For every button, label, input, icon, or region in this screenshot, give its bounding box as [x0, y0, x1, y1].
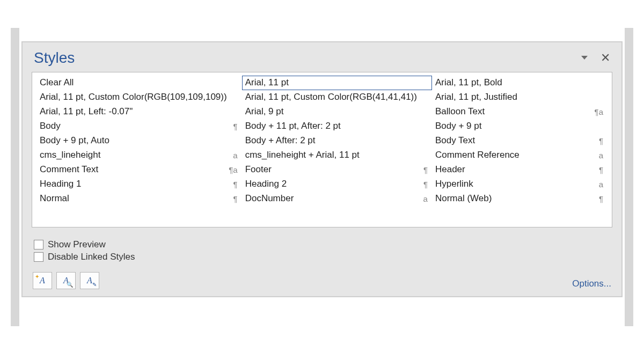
- style-item-label: Header: [435, 164, 465, 175]
- style-item-label: Clear All: [40, 77, 74, 88]
- style-item-label: Body + 9 pt, Auto: [40, 135, 109, 146]
- style-item[interactable]: Body + 11 pt, After: 2 pt: [242, 119, 432, 134]
- style-item-label: Arial, 9 pt: [245, 106, 284, 117]
- style-item-label: Arial, 11 pt, Left: -0.07": [40, 106, 133, 117]
- checkbox-box: [34, 252, 43, 262]
- style-item-label: Arial, 11 pt, Custom Color(RGB(109,109,1…: [40, 92, 227, 102]
- pane-title: Styles: [34, 49, 75, 67]
- style-item[interactable]: Body Text¶: [432, 134, 608, 148]
- style-item[interactable]: Balloon Text¶a: [432, 105, 608, 119]
- style-item[interactable]: Arial, 11 pt, Custom Color(RGB(109,109,1…: [36, 90, 242, 105]
- pencil-icon: ✎: [92, 282, 97, 288]
- style-type-icon: a: [592, 180, 603, 189]
- show-preview-checkbox[interactable]: Show Preview: [34, 239, 610, 250]
- style-item-label: Comment Reference: [435, 150, 519, 160]
- letter-a-icon: A: [87, 276, 92, 285]
- style-item-label: Arial, 11 pt: [245, 77, 289, 88]
- style-item[interactable]: Comment Referencea: [432, 148, 608, 163]
- style-item-label: Normal (Web): [435, 193, 492, 204]
- style-item-label: Body + 11 pt, After: 2 pt: [245, 121, 341, 131]
- styles-pane: Styles ✕ Clear AllArial, 11 pt, Custom C…: [21, 41, 623, 297]
- style-item-label: Body: [40, 121, 61, 131]
- sparkle-icon: ✦: [35, 274, 39, 280]
- style-type-icon: ¶: [417, 165, 428, 174]
- magnifier-icon: 🔍: [67, 282, 73, 288]
- style-item-label: Body Text: [435, 135, 475, 146]
- style-item[interactable]: Header¶: [432, 163, 608, 177]
- style-type-icon: ¶: [227, 122, 238, 131]
- manage-styles-button[interactable]: A ✎: [80, 272, 99, 289]
- style-item[interactable]: Arial, 11 pt, Custom Color(RGB(41,41,41)…: [242, 90, 432, 105]
- style-item[interactable]: Hyperlinka: [432, 177, 608, 192]
- styles-column-1: Arial, 11 ptArial, 11 pt, Custom Color(R…: [242, 76, 432, 206]
- style-item-label: Body + 9 pt: [435, 121, 481, 131]
- styles-column-2: Arial, 11 pt, BoldArial, 11 pt, Justifie…: [432, 76, 608, 206]
- style-item-label: Balloon Text: [435, 106, 485, 117]
- style-item[interactable]: Arial, 9 pt: [242, 105, 432, 119]
- style-item[interactable]: Normal¶: [36, 192, 242, 206]
- style-type-icon: ¶a: [227, 165, 238, 174]
- options-link[interactable]: Options...: [572, 278, 611, 289]
- style-item-label: Footer: [245, 164, 272, 175]
- style-type-icon: ¶: [592, 165, 603, 174]
- style-item[interactable]: Normal (Web)¶: [432, 192, 608, 206]
- style-item-label: Arial, 11 pt, Justified: [435, 92, 517, 102]
- close-icon[interactable]: ✕: [601, 52, 610, 64]
- style-item[interactable]: Footer¶: [242, 163, 432, 177]
- style-item[interactable]: Arial, 11 pt, Bold: [432, 76, 608, 90]
- style-item-label: Normal: [40, 193, 69, 204]
- style-type-icon: a: [417, 194, 428, 203]
- style-item-label: cms_lineheight + Arial, 11 pt: [245, 150, 360, 160]
- style-item[interactable]: DocNumbera: [242, 192, 432, 206]
- style-item-label: cms_lineheight: [40, 150, 100, 160]
- style-item-label: Arial, 11 pt, Custom Color(RGB(41,41,41)…: [245, 92, 417, 102]
- style-type-icon: ¶a: [592, 107, 603, 116]
- style-item[interactable]: Heading 1¶: [36, 177, 242, 192]
- style-item-label: Body + After: 2 pt: [245, 135, 316, 146]
- styles-column-0: Clear AllArial, 11 pt, Custom Color(RGB(…: [36, 76, 242, 206]
- disable-linked-styles-label: Disable Linked Styles: [48, 252, 135, 262]
- checkbox-box: [34, 240, 43, 249]
- show-preview-label: Show Preview: [48, 239, 106, 250]
- style-item[interactable]: Body + 9 pt: [432, 119, 608, 134]
- pane-menu-dropdown-icon[interactable]: [581, 56, 588, 60]
- disable-linked-styles-checkbox[interactable]: Disable Linked Styles: [34, 252, 610, 262]
- style-item[interactable]: Arial, 11 pt, Justified: [432, 90, 608, 105]
- style-item-label: Comment Text: [40, 164, 98, 175]
- style-item-label: Hyperlink: [435, 179, 473, 189]
- style-item-label: Arial, 11 pt, Bold: [435, 77, 502, 88]
- style-item[interactable]: Body¶: [36, 119, 242, 134]
- style-inspector-button[interactable]: A 🔍: [56, 272, 76, 289]
- style-item[interactable]: Comment Text¶a: [36, 163, 242, 177]
- style-item[interactable]: Heading 2¶: [242, 177, 432, 192]
- style-item-label: Heading 1: [40, 179, 82, 189]
- pane-footer: ✦ A A 🔍 A ✎ Options...: [32, 272, 612, 289]
- style-item[interactable]: cms_lineheight + Arial, 11 pt: [242, 148, 432, 163]
- style-item[interactable]: Body + 9 pt, Auto: [36, 134, 242, 148]
- style-type-icon: ¶: [227, 194, 238, 203]
- style-item[interactable]: Arial, 11 pt: [242, 76, 432, 90]
- style-item[interactable]: Body + After: 2 pt: [242, 134, 432, 148]
- style-item[interactable]: Clear All: [36, 76, 242, 90]
- style-item-label: Heading 2: [245, 179, 287, 189]
- style-type-icon: ¶: [227, 180, 238, 189]
- style-type-icon: a: [227, 151, 238, 160]
- style-type-icon: ¶: [592, 136, 603, 145]
- style-item[interactable]: cms_lineheighta: [36, 148, 242, 163]
- style-type-icon: ¶: [592, 194, 603, 203]
- letter-a-icon: A: [40, 276, 45, 285]
- style-item[interactable]: Arial, 11 pt, Left: -0.07": [36, 105, 242, 119]
- style-options: Show Preview Disable Linked Styles: [34, 239, 610, 262]
- style-item-label: DocNumber: [245, 193, 294, 204]
- pane-header: Styles ✕: [32, 47, 612, 72]
- new-style-button[interactable]: ✦ A: [33, 272, 52, 289]
- styles-list: Clear AllArial, 11 pt, Custom Color(RGB(…: [32, 72, 612, 227]
- style-type-icon: ¶: [417, 180, 428, 189]
- style-type-icon: a: [592, 151, 603, 160]
